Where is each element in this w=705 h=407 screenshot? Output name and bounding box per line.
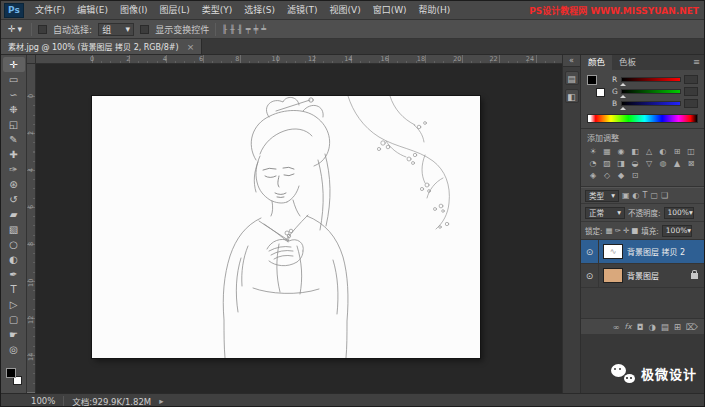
fill-field[interactable]: 100% ▾ [662,225,692,237]
new-group-icon[interactable]: ▤ [661,322,669,332]
layer-mask-icon[interactable]: ◘ [637,322,644,332]
lock-icon[interactable]: ✑ [615,226,621,235]
tool-eraser[interactable]: ▰ [3,207,25,222]
background-color-swatch[interactable] [596,88,605,97]
adjustment-icon[interactable]: ▨ [600,158,614,170]
adjustment-icon[interactable]: ◧ [628,146,642,158]
horizontal-ruler[interactable]: 024681012141618202224 [27,55,562,64]
tool-gradient[interactable]: ▧ [3,222,25,237]
tool-pen[interactable]: ✒ [3,267,25,282]
new-layer-icon[interactable]: ⊞ [674,322,681,332]
tool-marquee[interactable]: ▭ [3,72,25,87]
layer-filter-icon[interactable]: ❏ [661,191,668,200]
tool-move[interactable]: ✛ [3,57,25,72]
opacity-field[interactable]: 100% ▾ [664,207,694,219]
adjustment-icon[interactable]: △ [642,146,656,158]
tool-eyedropper[interactable]: ✎ [3,132,25,147]
adjustment-icon[interactable]: ☀ [586,146,600,158]
menu-view[interactable]: 视图(V) [323,1,366,19]
lock-icon[interactable]: ▦ [606,226,613,235]
layer-style-fx-icon[interactable]: fx [625,322,632,331]
red-slider[interactable] [621,77,681,82]
foreground-color-swatch[interactable] [6,368,16,378]
tool-blur[interactable]: ○ [3,237,25,252]
tool-preset-chip[interactable]: ✛ ▾ [5,24,25,34]
lock-icon[interactable]: ■ [631,226,638,235]
auto-select-dropdown[interactable]: 组 ▾ [98,23,134,36]
link-layers-icon[interactable]: ∞ [612,322,619,332]
adjustment-icon[interactable]: ◍ [656,158,670,170]
menu-type[interactable]: 类型(Y) [196,1,239,19]
menu-select[interactable]: 选择(S) [238,1,281,19]
layer-filter-icon[interactable]: ▣ [622,191,630,200]
adjustment-icon[interactable]: ▲ [670,158,684,170]
green-slider[interactable] [621,89,681,94]
adjustment-icon[interactable]: ◇ [600,170,614,182]
visibility-eye-icon[interactable]: ⊙ [581,264,599,287]
adjustment-icon[interactable]: ◔ [586,158,600,170]
canvas-area[interactable]: 024681012141618202224 02468101214 [27,55,562,393]
adjustment-icon[interactable]: ◆ [614,170,628,182]
tool-path-select[interactable]: ▷ [3,297,25,312]
layer-row[interactable]: ⊙ ∿ 背景图层 拷贝 2 [581,240,704,264]
adjustment-icon[interactable]: ◉ [614,146,628,158]
tool-history-brush[interactable]: ↺ [3,192,25,207]
auto-select-checkbox[interactable] [38,25,47,34]
tool-hand[interactable]: ☛ [3,327,25,342]
visibility-eye-icon[interactable]: ⊙ [581,240,599,263]
layer-thumbnail[interactable] [603,268,623,283]
foreground-color-swatch[interactable] [587,75,597,85]
menu-edit[interactable]: 编辑(E) [71,1,114,19]
tool-quick-select[interactable]: ❉ [3,102,25,117]
zoom-level-field[interactable]: 100% [31,396,55,406]
lock-icon[interactable]: ✛ [623,226,629,235]
foreground-background-swatches[interactable] [5,368,23,385]
tool-crop[interactable]: ◱ [3,117,25,132]
expand-panels-button[interactable]: « [563,55,580,67]
adjustment-icon[interactable]: ▽ [642,158,656,170]
collapsed-panel-icon[interactable]: ◧ [565,89,579,103]
tab-color[interactable]: 颜色 [581,55,612,70]
adjustment-layer-icon[interactable]: ◑ [648,322,655,332]
adjustment-icon[interactable]: ◐ [656,146,670,158]
align-icon[interactable]: ╤ [246,25,251,34]
layer-filter-dropdown[interactable]: 类型 ▾ [585,190,619,202]
tool-lasso[interactable]: ∽ [3,87,25,102]
layer-filter-icon[interactable]: ▢ [650,191,658,200]
tool-brush[interactable]: ✑ [3,162,25,177]
menu-file[interactable]: 文件(F) [29,1,71,19]
color-spectrum-ramp[interactable] [587,114,698,123]
blue-slider[interactable] [621,101,681,106]
menu-layer[interactable]: 图层(L) [154,1,196,19]
menu-window[interactable]: 窗口(W) [367,1,413,19]
green-value-field[interactable] [684,87,698,96]
adjustment-icon[interactable]: ⊡ [628,170,642,182]
status-menu-arrow-icon[interactable]: ▸ [159,396,163,406]
tool-shape[interactable]: ▢ [3,312,25,327]
adjustment-icon[interactable]: ⊞ [670,146,684,158]
tool-healing-brush[interactable]: ✚ [3,147,25,162]
adjustment-icon[interactable]: ◈ [586,170,600,182]
align-icon[interactable]: ╟ [222,25,227,34]
adjustment-icon[interactable]: ◒ [628,158,642,170]
tool-clone-stamp[interactable]: ⊛ [3,177,25,192]
blue-value-field[interactable] [684,99,698,108]
adjustment-icon[interactable]: ⊠ [684,158,698,170]
panel-menu-icon[interactable]: ≡ [689,55,704,70]
tool-zoom[interactable]: ◎ [3,342,25,357]
layer-thumbnail[interactable]: ∿ [603,244,623,259]
adjustment-icon[interactable]: ◫ [684,146,698,158]
red-value-field[interactable] [684,75,698,84]
close-icon[interactable]: × [187,42,195,52]
menu-filter[interactable]: 滤镜(T) [281,1,324,19]
vertical-ruler[interactable]: 02468101214 [27,55,36,393]
document-canvas[interactable] [92,96,480,358]
document-tab[interactable]: 素材.jpg @ 100% (背景图层 拷贝 2, RGB/8#) × [1,39,202,54]
align-icon[interactable]: ╫ [230,25,235,34]
tool-type[interactable]: T [3,282,25,297]
show-transform-checkbox[interactable] [140,25,149,34]
menu-help[interactable]: 帮助(H) [413,1,457,19]
adjustment-icon[interactable]: ▦ [600,146,614,158]
menu-image[interactable]: 图像(I) [114,1,154,19]
align-icon[interactable]: ╧ [261,25,266,34]
